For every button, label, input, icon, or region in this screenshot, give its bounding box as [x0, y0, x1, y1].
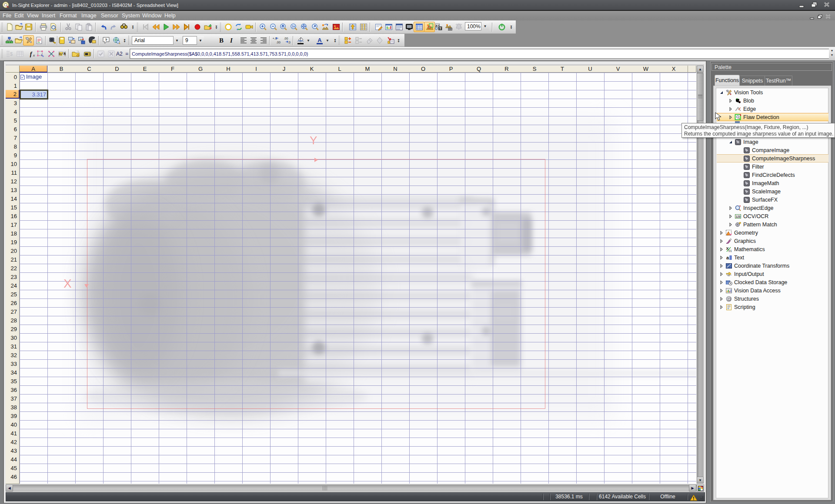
- svg-text:.0: .0: [288, 41, 291, 44]
- svg-text:T: T: [439, 27, 441, 30]
- svg-text:1x: 1x: [291, 25, 295, 28]
- svg-text:f: f: [30, 51, 32, 57]
- svg-text:B: B: [219, 37, 223, 44]
- svg-text:a: a: [726, 255, 729, 260]
- svg-text:1: 1: [60, 52, 62, 56]
- svg-text:01: 01: [728, 249, 732, 252]
- svg-text:x: x: [33, 53, 35, 57]
- svg-text:.00: .00: [284, 37, 288, 40]
- svg-text:A: A: [317, 37, 322, 43]
- svg-text:.00: .00: [276, 41, 281, 44]
- svg-text:I: I: [230, 37, 233, 44]
- svg-text:?: ?: [105, 38, 107, 42]
- svg-text:123: 123: [736, 215, 741, 218]
- svg-text:$: $: [10, 51, 12, 56]
